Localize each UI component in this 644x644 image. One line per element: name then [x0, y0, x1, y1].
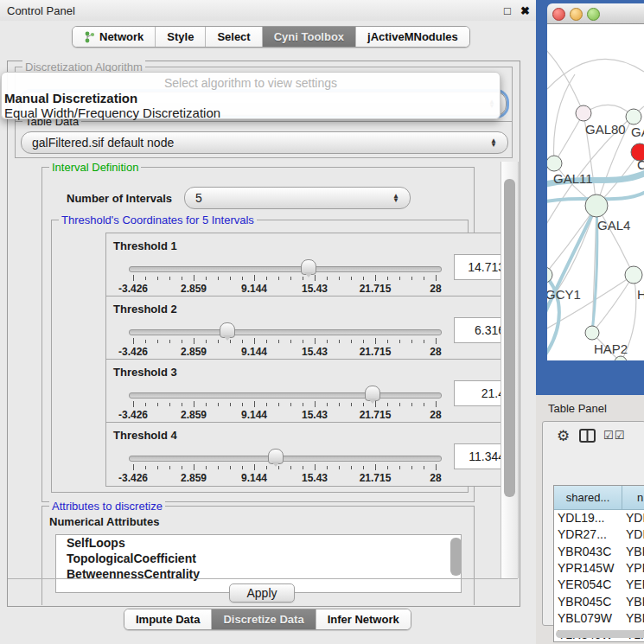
top-tab[interactable]: Style [156, 27, 206, 47]
node-label: GAL4 [597, 218, 630, 233]
bottom-tab[interactable]: Impute Data [124, 609, 212, 629]
tab-label: Style [167, 30, 194, 43]
table-panel-area: Table Panel ⚙ ☑☑ shared... n YDL19... YD… [536, 395, 644, 644]
algorithm-popup-hint: Select algorithm to view settings [2, 76, 500, 90]
algorithm-popup-item[interactable]: Equal Width/Frequency Discretization [4, 105, 220, 120]
zoom-traffic-light-icon[interactable] [587, 8, 600, 21]
table-panel-title: Table Panel [548, 402, 607, 415]
node-label: HAP2 [594, 341, 628, 356]
bottom-tab[interactable]: Infer Network [316, 609, 411, 629]
minimize-traffic-light-icon[interactable] [570, 8, 583, 21]
table-header-name[interactable]: n [622, 486, 644, 510]
node-label: GAL80 [585, 122, 626, 137]
table-data-group: Table Data galFiltered.sif default node … [15, 121, 513, 158]
thresholds-title: Threshold's Coordinates for 5 Intervals [59, 214, 257, 226]
tab-label: Select [217, 30, 250, 43]
top-tab[interactable]: Cyni Toolbox [263, 27, 356, 47]
combo-arrows-icon: ▲▼ [392, 194, 410, 202]
bottom-tab-bar: Impute Data Discretize Data Infer Networ… [124, 609, 411, 630]
cyni-toolbox-panel: Discretization Algorithm ▲▼ Table Data g… [7, 61, 520, 607]
slider-thumb[interactable] [365, 386, 380, 401]
threshold-label: Threshold 3 [113, 366, 177, 379]
interval-definition-title: Interval Definition [49, 161, 141, 174]
threshold-panel: Threshold 1 -3.4262.8599.14415.4321.7152… [105, 233, 513, 297]
attribute-list-item[interactable]: SelfLoops [56, 535, 461, 551]
close-window-icon[interactable]: ✖ [520, 4, 530, 17]
apply-button[interactable]: Apply [229, 583, 295, 603]
table-row[interactable]: YBR045C YBR04 [554, 594, 644, 610]
slider-track[interactable] [129, 392, 442, 399]
numerical-attributes-label: Numerical Attributes [49, 515, 159, 528]
panel-scrollbar-track[interactable] [501, 162, 519, 578]
table-horizontal-scrollbar[interactable] [556, 630, 644, 638]
tab-label: Impute Data [136, 613, 200, 626]
table-row[interactable]: YDL19... YDL19 [554, 510, 644, 526]
tab-label: Network [99, 30, 143, 43]
network-canvas[interactable]: GAL80GACGAL11GAL4GCY1HHAP2 [547, 24, 644, 360]
panel-scrollbar-thumb[interactable] [504, 179, 515, 497]
bottom-tab[interactable]: Discretize Data [212, 609, 316, 629]
tab-label: Cyni Toolbox [274, 30, 344, 43]
threshold-label: Threshold 4 [113, 429, 177, 442]
apply-strip: Apply [8, 578, 518, 605]
node-label: GAL11 [553, 171, 593, 186]
slider-thumb[interactable] [268, 449, 284, 464]
table-row[interactable]: YDR27... YDR27 [554, 526, 644, 543]
table-row[interactable]: YER054C YER05 [554, 577, 644, 593]
algorithm-popup: Select algorithm to view settings Manual… [1, 72, 501, 119]
top-tab-bar: Network Style Select Cyni Toolbox jActiv… [72, 26, 470, 48]
slider-track[interactable] [129, 266, 442, 272]
table-row[interactable]: YPR145W YPR14 [554, 560, 644, 577]
slider-ticks [133, 401, 437, 408]
interval-definition-group: Interval Definition Number of Intervals … [41, 167, 475, 502]
threshold-label: Threshold 2 [113, 303, 177, 316]
checkbox-icons[interactable]: ☑☑ [603, 429, 625, 442]
threshold-panel: Threshold 3 -3.4262.8599.14415.4321.7152… [105, 359, 513, 424]
slider-track[interactable] [129, 456, 442, 462]
algorithm-popup-item[interactable]: Manual Discretization [4, 91, 137, 105]
gear-icon[interactable]: ⚙ [557, 427, 570, 445]
float-window-icon[interactable]: □ [504, 4, 511, 17]
slider-thumb[interactable] [301, 259, 316, 275]
table-data-combobox[interactable]: galFiltered.sif default node ▲▼ [21, 131, 508, 154]
node-label: GA [631, 124, 644, 139]
slider-ticks [133, 338, 437, 345]
slider-thumb[interactable] [220, 322, 235, 338]
node-gcy1 [547, 267, 552, 283]
network-window-titlebar [547, 3, 644, 24]
table-panel-body: ⚙ ☑☑ shared... n YDL19... YDL19 YDR27...… [542, 421, 644, 626]
node-gal11 [547, 156, 562, 171]
list-scrollbar[interactable] [450, 538, 462, 576]
tab-label: Discretize Data [223, 613, 303, 626]
close-traffic-light-icon[interactable] [552, 8, 565, 21]
node-hap2 [585, 326, 599, 340]
top-tab[interactable]: Network [73, 27, 156, 47]
table-header-shared[interactable]: shared... [554, 486, 622, 510]
node-label: GCY1 [547, 287, 581, 302]
number-of-intervals-label: Number of Intervals [67, 192, 172, 205]
table-row[interactable]: YBR043C YBR04 [554, 544, 644, 560]
top-tab[interactable]: jActiveMNodules [356, 27, 469, 47]
attribute-list-item[interactable]: TopologicalCoefficient [56, 551, 461, 566]
node-label: H [637, 287, 644, 302]
control-panel-titlebar: Control Panel □ ✖ [0, 0, 536, 21]
slider-track[interactable] [129, 329, 442, 335]
top-tab[interactable]: Select [206, 27, 262, 47]
node-attribute-table[interactable]: shared... n YDL19... YDL19 YDR27... YDR2… [553, 485, 644, 642]
node-right-h [625, 266, 642, 284]
slider-ticks [133, 275, 437, 282]
node-gal80 [576, 105, 591, 121]
threshold-label: Threshold 1 [113, 239, 177, 252]
number-of-intervals-combobox[interactable]: 5 ▲▼ [184, 187, 411, 209]
node-label: C [637, 157, 644, 172]
thresholds-group: Threshold's Coordinates for 5 Intervals … [51, 220, 469, 493]
threshold-panel: Threshold 2 -3.4262.8599.14415.4321.7152… [105, 296, 513, 360]
network-icon [84, 31, 95, 43]
table-row[interactable]: YBL079W YBL07 [554, 610, 644, 627]
tab-label: jActiveMNodules [367, 30, 458, 43]
split-columns-icon[interactable] [579, 429, 596, 443]
attributes-title: Attributes to discretize [49, 500, 165, 513]
tab-label: Infer Network [328, 613, 399, 626]
threshold-panel: Threshold 4 -3.4262.8599.14415.4321.7152… [105, 422, 513, 487]
node-bottom-partial [615, 356, 627, 360]
